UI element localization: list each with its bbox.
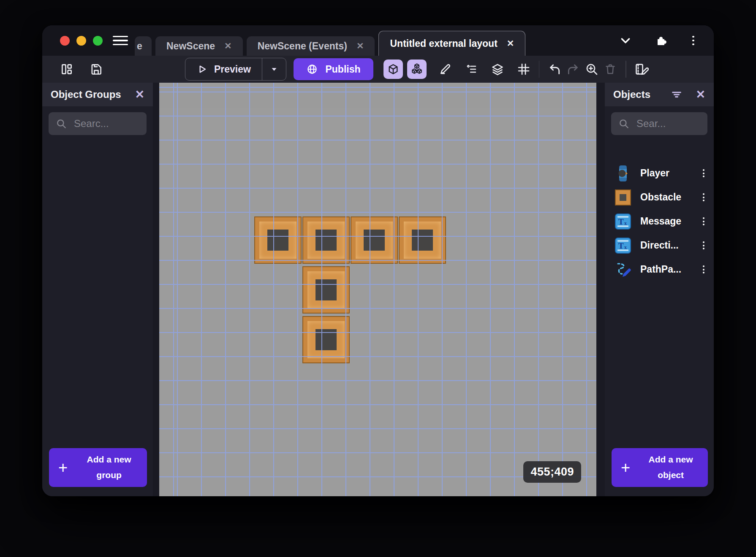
grid-button[interactable] <box>514 60 533 78</box>
object-name: PathPa... <box>640 264 692 275</box>
play-icon <box>196 64 207 75</box>
close-icon[interactable]: ✕ <box>696 89 705 100</box>
titlebar-actions <box>619 34 697 47</box>
object-list-item-player[interactable]: Player <box>605 161 714 185</box>
window-controls <box>60 36 103 46</box>
obstacle-instance[interactable] <box>399 216 446 264</box>
obstacle-tile-icon <box>614 189 632 206</box>
object-name: Player <box>640 168 692 179</box>
zoom-in-button[interactable] <box>582 60 601 78</box>
layers-button[interactable] <box>488 60 507 78</box>
caret-down-icon <box>269 65 279 74</box>
add-object-button[interactable]: + Add a new object <box>612 448 708 487</box>
edit-scene-properties-button[interactable] <box>632 60 651 78</box>
svg-text:x: x <box>624 220 627 226</box>
objects-view-toggle-button[interactable] <box>383 59 403 79</box>
objects-header: Objects ✕ <box>605 83 714 106</box>
object-list-item-pathpa[interactable]: PathPa... <box>605 257 714 281</box>
cursor-coordinates-badge: 455;409 <box>523 461 581 483</box>
publish-button[interactable]: Publish <box>294 58 373 80</box>
preview-label: Preview <box>214 64 251 75</box>
toolbar: Preview Publish <box>42 56 714 83</box>
tab-label: NewScene <box>166 41 215 52</box>
instances-list-button[interactable] <box>462 60 481 78</box>
menu-icon[interactable] <box>113 36 128 46</box>
obstacle-instance[interactable] <box>254 216 302 264</box>
save-button[interactable] <box>87 60 106 78</box>
search-input[interactable] <box>636 117 700 130</box>
path-edit-icon <box>614 261 632 278</box>
more-options-icon[interactable] <box>690 35 697 46</box>
search-input[interactable] <box>73 117 139 130</box>
text-object-icon: Tx <box>614 213 632 230</box>
object-list-item-directi[interactable]: Tx Directi... <box>605 233 714 257</box>
tab-label: e <box>137 41 142 52</box>
undo-button[interactable] <box>545 60 564 78</box>
add-group-button[interactable]: + Add a new group <box>49 448 147 487</box>
tab-close-icon[interactable]: ✕ <box>507 38 514 49</box>
close-icon[interactable]: ✕ <box>135 89 144 100</box>
object-menu-button[interactable] <box>700 216 707 227</box>
svg-text:T: T <box>618 217 624 226</box>
object-menu-button[interactable] <box>700 168 707 178</box>
path-icon <box>614 261 632 278</box>
app-window: e NewScene ✕ NewScene (Events) ✕ Untitle… <box>42 25 714 496</box>
tab-newscene[interactable]: NewScene ✕ <box>155 36 243 56</box>
close-window-button[interactable] <box>60 36 70 46</box>
film-edit-icon <box>634 62 649 76</box>
object-groups-search[interactable] <box>49 112 147 135</box>
player-icon <box>614 165 632 182</box>
obstacle-instance[interactable] <box>302 316 350 363</box>
undo-icon <box>548 62 561 76</box>
tab-newscene-events-[interactable]: NewScene (Events) ✕ <box>247 36 375 56</box>
minimize-window-button[interactable] <box>76 36 86 46</box>
globe-icon <box>306 63 318 75</box>
redo-button[interactable] <box>564 60 582 78</box>
object-groups-list <box>42 135 153 448</box>
search-icon <box>618 118 629 129</box>
cube-icon <box>387 63 400 76</box>
object-menu-button[interactable] <box>700 192 707 203</box>
text-object-icon: Tx <box>614 237 632 254</box>
object-name: Message <box>640 216 692 227</box>
object-list-item-message[interactable]: Tx Message <box>605 209 714 233</box>
save-floppy-icon <box>90 62 103 76</box>
project-manager-button[interactable] <box>57 60 76 78</box>
instances-view-toggle-button[interactable] <box>407 59 427 79</box>
objects-title: Objects <box>613 89 658 100</box>
object-name: Obstacle <box>640 192 692 203</box>
objects-search[interactable] <box>611 112 707 135</box>
chevron-down-icon[interactable] <box>619 34 632 47</box>
tab-e[interactable]: e <box>135 36 152 56</box>
redo-icon <box>566 62 580 76</box>
extensions-puzzle-icon[interactable] <box>654 34 668 47</box>
edit-points-button[interactable] <box>436 60 454 78</box>
tab-label: Untitled external layout <box>390 38 497 49</box>
zoom-in-icon <box>585 62 598 76</box>
zoom-window-button[interactable] <box>93 36 103 46</box>
object-list-item-obstacle[interactable]: Obstacle <box>605 185 714 209</box>
preview-dropdown-button[interactable] <box>262 58 286 80</box>
object-menu-button[interactable] <box>700 241 707 251</box>
scene-canvas[interactable]: 455;409 <box>159 83 596 496</box>
tab-close-icon[interactable]: ✕ <box>356 41 364 51</box>
trash-icon <box>604 63 617 76</box>
preview-button[interactable]: Preview <box>185 58 286 81</box>
tab-close-icon[interactable]: ✕ <box>224 41 232 51</box>
tab-untitled-external-layout[interactable]: Untitled external layout ✕ <box>378 31 525 56</box>
tab-label: NewScene (Events) <box>258 41 347 52</box>
object-groups-title: Object Groups <box>51 89 122 100</box>
objects-list: Player Obstacle Tx Message Tx Directi...… <box>605 161 714 281</box>
delete-button[interactable] <box>601 60 620 78</box>
obstacle-instance[interactable] <box>351 216 398 264</box>
objects-panel: Objects ✕ Player Obstacle Tx Message Tx … <box>605 83 714 496</box>
obstacle-instance[interactable] <box>302 216 350 264</box>
add-object-label: Add a new object <box>639 452 703 483</box>
obstacle-instance[interactable] <box>302 266 350 314</box>
layers-icon <box>491 62 504 76</box>
object-groups-panel: Object Groups ✕ + Add a new group <box>42 83 153 496</box>
object-menu-button[interactable] <box>700 265 707 275</box>
main-area: Object Groups ✕ + Add a new group 455;40… <box>42 83 714 496</box>
filter-icon[interactable] <box>670 88 683 101</box>
publish-label: Publish <box>325 64 360 75</box>
